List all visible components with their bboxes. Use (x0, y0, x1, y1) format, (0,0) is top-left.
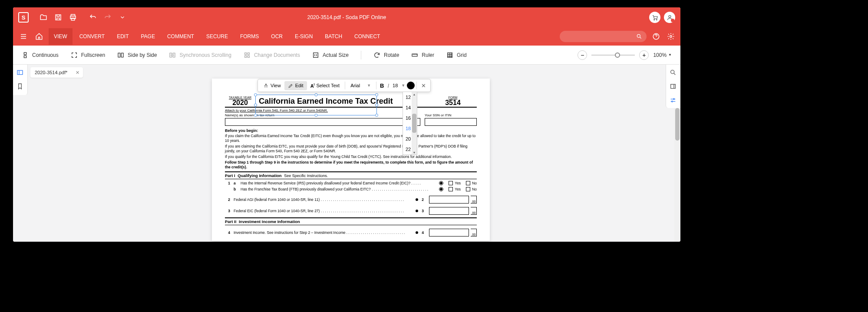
svg-rect-18 (245, 56, 247, 57)
menu-ocr[interactable]: OCR (266, 28, 288, 45)
open-file-icon[interactable] (37, 11, 50, 23)
svg-rect-11 (24, 56, 26, 58)
zoom-in-button[interactable]: + (639, 50, 649, 60)
svg-rect-13 (121, 53, 123, 57)
menu-esign[interactable]: E-SIGN (290, 28, 318, 45)
paragraph-2: If you are claiming the California EITC,… (225, 144, 477, 154)
menu-forms[interactable]: FORMS (235, 28, 264, 45)
sliders-rail-icon[interactable] (670, 97, 677, 105)
question-2: 2 Federal AGI (federal Form 1040 or 1040… (225, 196, 477, 204)
zoom-value[interactable]: 100%▼ (653, 52, 672, 58)
left-rail (13, 65, 28, 95)
menu-page[interactable]: PAGE (135, 28, 160, 45)
q4-amount-input[interactable] (429, 229, 469, 236)
undo-icon[interactable] (87, 11, 99, 23)
menu-connect[interactable]: CONNECT (349, 28, 385, 45)
redo-icon (102, 11, 114, 23)
font-size-dropdown: 12 14 16 18 20 22 ▲ ▼ (403, 92, 417, 155)
svg-point-5 (656, 19, 657, 20)
more-icon[interactable] (116, 11, 129, 23)
text-color-swatch[interactable] (407, 82, 415, 89)
svg-rect-19 (248, 56, 249, 57)
rotate-tool[interactable]: Rotate (373, 52, 399, 59)
part1-bar: Part I Qualifying Information See Specif… (225, 171, 477, 179)
q1a-radio[interactable] (439, 181, 443, 185)
q1a-yes-checkbox[interactable] (449, 181, 453, 185)
italic-button[interactable]: I (386, 82, 391, 89)
cart-icon[interactable] (649, 12, 660, 23)
grid-tool[interactable]: Grid (446, 52, 467, 59)
part2-bar: Part II Investment Income Information (225, 217, 477, 225)
bookmarks-icon[interactable] (17, 83, 24, 91)
q1b-yes-checkbox[interactable] (449, 187, 453, 191)
paragraph-3: If you qualify for the California EITC y… (225, 154, 477, 159)
search-input[interactable] (560, 31, 647, 42)
close-editbar-icon[interactable]: ✕ (419, 82, 429, 89)
paragraph-4: Follow Step 1 through Step 9 in the inst… (225, 160, 477, 170)
question-1b: b Has the Franchise Tax Board (FTB) prev… (225, 187, 477, 191)
q1a-no-checkbox[interactable] (466, 181, 470, 185)
search-rail-icon[interactable] (670, 69, 677, 77)
name-input[interactable] (225, 118, 420, 126)
text-selection-box[interactable] (255, 95, 377, 115)
sidebyside-tool[interactable]: Side by Side (117, 52, 157, 59)
user-icon[interactable] (664, 12, 675, 23)
change-docs-tool: Change Documents (244, 52, 300, 59)
q1b-no-checkbox[interactable] (466, 187, 470, 191)
svg-point-24 (670, 70, 674, 74)
bold-button[interactable]: B (378, 82, 386, 89)
close-tab-icon[interactable]: ✕ (76, 70, 79, 76)
zoom-out-button[interactable]: − (578, 50, 587, 60)
print-icon[interactable] (67, 11, 79, 23)
home-icon[interactable] (33, 30, 45, 43)
form-label: FORM (429, 96, 477, 99)
question-4: 4 Investment Income. See instructions fo… (225, 229, 477, 236)
panels-icon[interactable] (17, 69, 24, 77)
edit-mode-button[interactable]: Edit (284, 81, 307, 90)
hamburger-icon[interactable] (17, 30, 30, 43)
menu-convert[interactable]: CONVERT (74, 28, 110, 45)
svg-rect-20 (314, 53, 318, 57)
document-tab[interactable]: 2020-3514.pdf* ✕ (30, 67, 83, 78)
app-window: S 2020-3514.pdf - Soda PDF Online (13, 7, 680, 242)
font-selector[interactable]: Arial▼ (347, 81, 374, 90)
view-mode-button[interactable]: View (260, 81, 284, 90)
menu-view[interactable]: VIEW (49, 28, 73, 45)
vertical-scrollbar[interactable] (674, 108, 680, 242)
form-number: 3514 (429, 99, 477, 107)
svg-rect-16 (245, 53, 247, 54)
save-icon[interactable] (52, 11, 64, 23)
taxable-year-label: TAXABLE YEAR (225, 96, 255, 99)
svg-rect-23 (17, 70, 23, 74)
menu-edit[interactable]: EDIT (112, 28, 134, 45)
ruler-tool[interactable]: Ruler (411, 52, 434, 59)
fullscreen-tool[interactable]: Fullscreen (71, 52, 105, 59)
select-text-button[interactable]: AI Select Text (307, 81, 343, 90)
help-icon[interactable] (651, 31, 661, 42)
svg-point-4 (653, 19, 654, 20)
svg-rect-25 (670, 84, 675, 88)
q1b-radio[interactable] (439, 187, 443, 191)
continuous-tool[interactable]: Continuous (22, 52, 59, 59)
dropdown-scrollbar[interactable]: ▲ ▼ (412, 92, 417, 154)
app-logo[interactable]: S (18, 12, 29, 23)
pdf-page: TAXABLE YEAR 2020 California Earned Inco… (212, 79, 490, 241)
ssn-input[interactable] (425, 118, 477, 126)
menu-batch[interactable]: BATCH (320, 28, 347, 45)
menu-comment[interactable]: COMMENT (162, 28, 199, 45)
before-begin-heading: Before you begin: (225, 128, 477, 133)
question-1a: 1a Has the Internal Revenue Service (IRS… (225, 181, 477, 185)
paragraph-1: If you claim the California Earned Incom… (225, 134, 477, 143)
q3-amount-input[interactable] (429, 207, 469, 215)
actual-size-tool[interactable]: Actual Size (312, 52, 349, 59)
tax-year: 2020 (225, 99, 255, 107)
svg-rect-0 (56, 15, 61, 20)
zoom-slider[interactable] (591, 55, 635, 56)
menu-secure[interactable]: SECURE (201, 28, 233, 45)
svg-point-6 (669, 15, 671, 17)
font-size-selector[interactable]: 18▼ (391, 81, 407, 90)
q2-amount-input[interactable] (429, 196, 469, 204)
svg-point-7 (637, 34, 640, 37)
settings-icon[interactable] (666, 31, 676, 42)
panel-rail-icon[interactable] (670, 83, 677, 91)
